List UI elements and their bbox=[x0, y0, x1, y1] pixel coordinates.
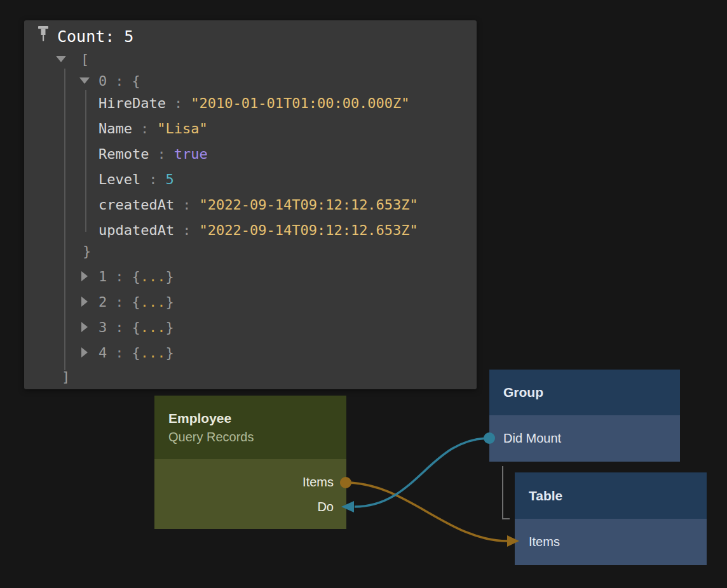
node-employee-header[interactable]: Employee Query Records bbox=[154, 396, 346, 459]
debug-pin-panel: Count: 5 [ 0 : { HireDate : "2010-01-01T… bbox=[24, 20, 477, 389]
tree-row-collapsed[interactable]: 4 : {...} bbox=[99, 340, 174, 365]
flow-canvas: Count: 5 [ 0 : { HireDate : "2010-01-01T… bbox=[0, 0, 727, 588]
expander-closed-icon[interactable] bbox=[81, 297, 88, 307]
expander-open-icon[interactable] bbox=[56, 56, 66, 62]
port-items-input[interactable]: Items bbox=[515, 519, 707, 565]
tree-row-field: Remote : true bbox=[99, 141, 208, 166]
node-employee-body: Items Do bbox=[154, 459, 346, 529]
tree-row-field: Level : 5 bbox=[99, 166, 174, 192]
indent-guide bbox=[85, 90, 86, 232]
indent-guide bbox=[64, 69, 65, 370]
node-group-body: Did Mount bbox=[489, 415, 680, 462]
node-title: Employee bbox=[168, 409, 346, 428]
expander-open-icon[interactable] bbox=[79, 77, 90, 84]
hierarchy-connector bbox=[503, 466, 510, 519]
node-employee[interactable]: Employee Query Records Items Do bbox=[154, 396, 346, 529]
expander-closed-icon[interactable] bbox=[81, 271, 88, 281]
tree-row-field: Name : "Lisa" bbox=[99, 116, 208, 141]
node-table-header[interactable]: Table bbox=[515, 472, 707, 519]
port-didmount-output[interactable]: Did Mount bbox=[489, 415, 680, 462]
wire-didmount-to-do bbox=[355, 438, 489, 507]
tree-row-collapsed[interactable]: 2 : {...} bbox=[99, 289, 174, 314]
panel-title: Count: 5 bbox=[57, 25, 133, 48]
port-do-input[interactable]: Do bbox=[154, 494, 346, 519]
node-table[interactable]: Table Items bbox=[515, 472, 707, 565]
tree-row-array-close: ] bbox=[62, 364, 70, 389]
tree-row-collapsed[interactable]: 1 : {...} bbox=[99, 264, 174, 289]
node-subtitle: Query Records bbox=[168, 428, 346, 446]
node-title: Group bbox=[503, 383, 680, 402]
expander-closed-icon[interactable] bbox=[81, 322, 88, 332]
node-group-header[interactable]: Group bbox=[489, 370, 680, 415]
node-group[interactable]: Group Did Mount bbox=[489, 370, 680, 462]
port-items-output[interactable]: Items bbox=[154, 469, 346, 495]
tree-row-field: createdAt : "2022-09-14T09:12:12.653Z" bbox=[99, 192, 418, 217]
node-title: Table bbox=[529, 486, 707, 505]
pin-icon[interactable] bbox=[36, 26, 51, 46]
expander-closed-icon[interactable] bbox=[81, 347, 88, 357]
tree-row-field: HireDate : "2010-01-01T01:00:00.000Z" bbox=[99, 90, 410, 116]
tree-row-collapsed[interactable]: 3 : {...} bbox=[99, 314, 174, 340]
tree-row-array-open: [ bbox=[81, 46, 89, 72]
tree-row-item0-open: 0 : { bbox=[99, 68, 140, 93]
wire-items-to-items bbox=[346, 483, 508, 541]
tree-row-field: updatedAt : "2022-09-14T09:12:12.653Z" bbox=[99, 217, 418, 243]
node-table-body: Items bbox=[515, 519, 707, 565]
tree-row-item0-close: } bbox=[83, 238, 91, 264]
